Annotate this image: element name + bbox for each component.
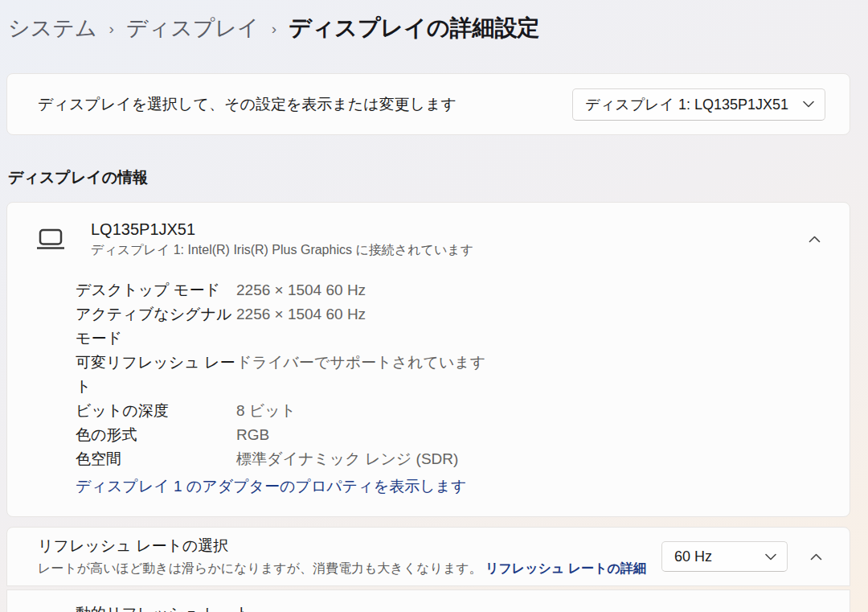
display-select-dropdown[interactable]: ディスプレイ 1: LQ135P1JX51 [572,88,825,121]
detail-label: 可変リフレッシュ レート [76,351,236,399]
display-info-header[interactable]: LQ135P1JX51 ディスプレイ 1: Intel(R) Iris(R) P… [7,203,850,269]
laptop-icon [35,227,91,252]
display-info-card: LQ135P1JX51 ディスプレイ 1: Intel(R) Iris(R) P… [6,202,850,517]
display-device-subtitle: ディスプレイ 1: Intel(R) Iris(R) Plus Graphics… [91,242,473,259]
chevron-down-icon [765,553,776,561]
table-row: ビットの深度 8 ビット [76,399,850,423]
refresh-rate-card: リフレッシュ レートの選択 レートが高いほど動きは滑らかになりますが、消費電力も… [6,527,850,586]
refresh-rate-description: レートが高いほど動きは滑らかになりますが、消費電力も大きくなります。 リフレッシ… [38,561,646,577]
refresh-rate-dropdown[interactable]: 60 Hz [661,541,788,572]
table-row: 色の形式 RGB [76,423,850,447]
breadcrumb: システム › ディスプレイ › ディスプレイの詳細設定 [0,0,868,43]
refresh-rate-details-link[interactable]: リフレッシュ レートの詳細 [485,561,646,575]
refresh-rate-title: リフレッシュ レートの選択 [38,536,646,557]
display-device-name: LQ135P1JX51 [91,219,473,240]
detail-label: 色空間 [76,447,236,471]
detail-value: 2256 × 1504 60 Hz [236,278,366,302]
detail-label: デスクトップ モード [76,278,236,302]
detail-label: 色の形式 [76,423,236,447]
refresh-rate-value: 60 Hz [674,548,712,565]
breadcrumb-display[interactable]: ディスプレイ [126,14,260,43]
dynamic-refresh-card: 動的リフレッシュ レート 電力を節約するために、Windows では、上記の選択… [6,589,850,612]
page-title: ディスプレイの詳細設定 [289,13,540,43]
dynamic-refresh-title: 動的リフレッシュ レート [76,603,703,612]
dynamic-refresh-texts: 動的リフレッシュ レート 電力を節約するために、Windows では、上記の選択… [76,603,703,612]
select-display-label: ディスプレイを選択して、その設定を表示または変更します [38,94,457,115]
breadcrumb-system[interactable]: システム [8,14,97,43]
display-info-titles: LQ135P1JX51 ディスプレイ 1: Intel(R) Iris(R) P… [91,219,473,259]
refresh-rate-collapse-button[interactable] [805,548,827,565]
display-info-collapse-button[interactable] [804,231,825,248]
detail-value: 標準ダイナミック レンジ (SDR) [236,447,458,471]
display-info-details: デスクトップ モード 2256 × 1504 60 Hz アクティブなシグナル … [7,269,850,471]
refresh-rate-controls: 60 Hz [661,541,827,572]
detail-label: ビットの深度 [76,399,236,423]
refresh-rate-description-text: レートが高いほど動きは滑らかになりますが、消費電力も大きくなります。 [38,561,482,575]
refresh-rate-texts: リフレッシュ レートの選択 レートが高いほど動きは滑らかになりますが、消費電力も… [38,536,646,577]
detail-value: 8 ビット [236,399,296,423]
chevron-down-icon [803,101,814,108]
advanced-display-settings-page: システム › ディスプレイ › ディスプレイの詳細設定 ディスプレイを選択して、… [0,0,868,612]
refresh-rate-group: リフレッシュ レートの選択 レートが高いほど動きは滑らかになりますが、消費電力も… [6,527,850,612]
display-select-value: ディスプレイ 1: LQ135P1JX51 [585,95,788,114]
detail-value: RGB [236,423,269,447]
breadcrumb-separator-icon: › [109,20,114,38]
table-row: 色空間 標準ダイナミック レンジ (SDR) [76,447,850,471]
table-row: 可変リフレッシュ レート ドライバーでサポートされています [76,351,850,399]
breadcrumb-separator-icon: › [272,20,276,38]
detail-value: ドライバーでサポートされています [236,351,485,399]
display-info-section-title: ディスプレイの情報 [8,167,868,188]
detail-label: アクティブなシグナル モード [76,302,236,351]
select-display-card: ディスプレイを選択して、その設定を表示または変更します ディスプレイ 1: LQ… [6,73,850,135]
detail-value: 2256 × 1504 60 Hz [236,302,366,351]
table-row: アクティブなシグナル モード 2256 × 1504 60 Hz [76,302,850,351]
table-row: デスクトップ モード 2256 × 1504 60 Hz [76,278,850,302]
adapter-properties-link[interactable]: ディスプレイ 1 のアダプターのプロパティを表示します [76,476,466,497]
